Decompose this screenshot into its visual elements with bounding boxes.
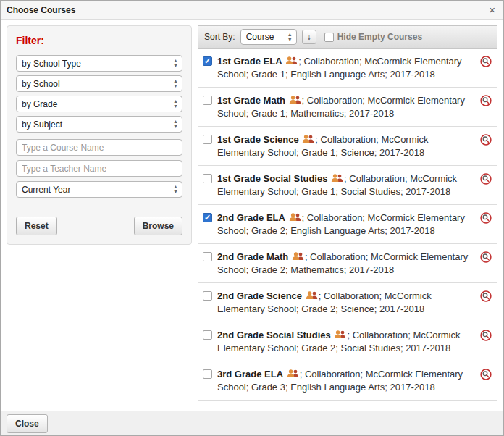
- school-type-select-wrap: by School Type ▲▼: [16, 55, 182, 72]
- course-checkbox[interactable]: [203, 56, 212, 66]
- course-preview-icon[interactable]: [480, 251, 492, 266]
- course-checkbox[interactable]: [203, 135, 212, 144]
- school-type-select[interactable]: by School Type: [16, 55, 182, 72]
- course-name: 3rd Grade ELA: [217, 369, 283, 380]
- subject-select[interactable]: by Subject: [16, 116, 182, 133]
- hide-empty-group: Hide Empty Courses: [324, 32, 422, 42]
- course-row: 3rd Grade Math ; Collaboration; McCormic…: [198, 401, 497, 406]
- course-row: 2nd Grade Math ; Collaboration; McCormic…: [198, 244, 497, 283]
- course-text: 2nd Grade Social Studies ; Collaboration…: [217, 329, 475, 354]
- grade-select[interactable]: by Grade: [16, 96, 182, 112]
- grade-select-wrap: by Grade ▲▼: [16, 96, 182, 112]
- dialog-footer: Close: [1, 411, 503, 435]
- people-icon: [285, 56, 298, 68]
- choose-courses-dialog: Choose Courses × Filter: by School Type …: [0, 0, 504, 436]
- course-preview-icon[interactable]: [480, 95, 492, 109]
- course-text: 1st Grade Math ; Collaboration; McCormic…: [217, 94, 475, 120]
- courses-panel: Sort By: Course ▲▼ ↓ Hide Empty Courses …: [198, 25, 497, 406]
- people-icon: [289, 212, 301, 225]
- course-checkbox[interactable]: [203, 174, 212, 183]
- course-row: 3rd Grade ELA ; Collaboration; McCormick…: [198, 361, 497, 401]
- course-text: 2nd Grade Science ; Collaboration; McCor…: [217, 290, 475, 315]
- course-preview-icon[interactable]: [480, 330, 492, 344]
- course-checkbox[interactable]: [203, 291, 212, 301]
- course-preview-icon[interactable]: [480, 212, 492, 227]
- course-checkbox[interactable]: [203, 330, 212, 340]
- course-checkbox[interactable]: [203, 96, 212, 105]
- course-text: 1st Grade Social Studies ; Collaboration…: [217, 172, 475, 198]
- course-name: 2nd Grade Math: [217, 251, 288, 262]
- people-icon: [302, 134, 314, 146]
- hide-empty-label[interactable]: Hide Empty Courses: [337, 32, 422, 42]
- school-select-wrap: by School ▲▼: [16, 75, 182, 92]
- course-checkbox[interactable]: [203, 369, 212, 379]
- course-text: 3rd Grade ELA ; Collaboration; McCormick…: [217, 368, 475, 393]
- people-icon: [331, 173, 343, 185]
- course-preview-icon[interactable]: [480, 173, 492, 188]
- course-checkbox[interactable]: [203, 213, 212, 222]
- course-name: 2nd Grade ELA: [217, 212, 285, 223]
- course-name: 1st Grade Social Studies: [217, 173, 327, 184]
- year-select-wrap: Current Year ▲▼: [16, 181, 182, 198]
- course-preview-icon[interactable]: [480, 134, 492, 148]
- course-text: 1st Grade Science ; Collaboration; McCor…: [217, 133, 475, 159]
- teacher-name-input[interactable]: [16, 160, 182, 177]
- people-icon: [334, 330, 346, 342]
- course-text: 1st Grade ELA ; Collaboration; McCormick…: [217, 55, 475, 80]
- course-row: 1st Grade Math ; Collaboration; McCormic…: [198, 88, 497, 127]
- course-preview-icon[interactable]: [480, 290, 492, 305]
- sort-select[interactable]: Course: [240, 29, 297, 45]
- reset-button[interactable]: Reset: [16, 217, 57, 235]
- dialog-titlebar: Choose Courses ×: [1, 1, 503, 20]
- filter-panel: Filter: by School Type ▲▼ by School ▲▼ b…: [7, 25, 192, 245]
- course-checkbox[interactable]: [203, 252, 212, 261]
- browse-button[interactable]: Browse: [134, 217, 182, 235]
- course-row: 2nd Grade Science ; Collaboration; McCor…: [198, 283, 497, 322]
- course-preview-icon[interactable]: [480, 56, 492, 70]
- sort-by-label: Sort By:: [204, 32, 235, 42]
- course-preview-icon[interactable]: [480, 369, 492, 383]
- course-name: 2nd Grade Science: [217, 290, 302, 301]
- sort-select-wrap: Course ▲▼: [240, 29, 297, 45]
- course-name: 1st Grade Math: [217, 95, 285, 106]
- course-text: 2nd Grade Math ; Collaboration; McCormic…: [217, 251, 475, 276]
- sort-direction-button[interactable]: ↓: [302, 30, 316, 44]
- course-name-input[interactable]: [16, 139, 182, 156]
- course-list[interactable]: 1st Grade ELA ; Collaboration; McCormick…: [198, 49, 497, 406]
- course-row: 1st Grade ELA ; Collaboration; McCormick…: [198, 49, 497, 88]
- sort-bar: Sort By: Course ▲▼ ↓ Hide Empty Courses: [198, 25, 497, 49]
- course-row: 1st Grade Social Studies ; Collaboration…: [198, 166, 497, 205]
- year-select[interactable]: Current Year: [16, 181, 182, 198]
- close-button[interactable]: Close: [7, 414, 48, 433]
- hide-empty-checkbox[interactable]: [324, 33, 334, 42]
- filter-buttons-row: Reset Browse: [16, 217, 182, 235]
- dialog-title: Choose Courses: [7, 5, 75, 15]
- course-name: 1st Grade Science: [217, 134, 299, 145]
- course-row: 1st Grade Science ; Collaboration; McCor…: [198, 127, 497, 166]
- course-row: 2nd Grade ELA ; Collaboration; McCormick…: [198, 205, 497, 244]
- course-text: 2nd Grade ELA ; Collaboration; McCormick…: [217, 211, 475, 237]
- subject-select-wrap: by Subject ▲▼: [16, 116, 182, 133]
- dialog-body: Filter: by School Type ▲▼ by School ▲▼ b…: [1, 20, 503, 412]
- course-name: 2nd Grade Social Studies: [217, 330, 331, 340]
- course-name: 1st Grade ELA: [217, 56, 282, 67]
- filter-heading: Filter:: [16, 35, 182, 46]
- close-icon[interactable]: ×: [487, 3, 497, 17]
- people-icon: [306, 290, 318, 303]
- people-icon: [289, 95, 301, 107]
- people-icon: [292, 251, 304, 264]
- school-select[interactable]: by School: [16, 75, 182, 92]
- people-icon: [287, 369, 299, 381]
- course-row: 2nd Grade Social Studies ; Collaboration…: [198, 322, 497, 361]
